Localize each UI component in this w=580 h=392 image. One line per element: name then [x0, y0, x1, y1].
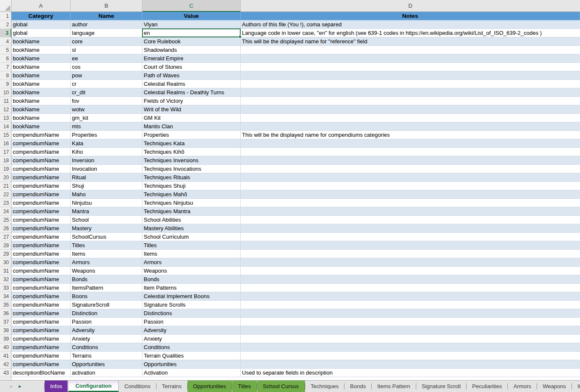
cell-C42[interactable]: Opportunities [142, 360, 241, 369]
cell-A9[interactable]: bookName [11, 80, 71, 88]
sheet-tab-techniques[interactable]: Techniques [305, 381, 344, 392]
cell-A43[interactable]: descriptionBlocName [11, 369, 71, 377]
row-header-21[interactable]: 21 [0, 182, 11, 190]
cell-B26[interactable]: Mastery [71, 224, 142, 233]
cell-A12[interactable]: bookName [11, 105, 71, 114]
cell-D32[interactable] [241, 275, 580, 284]
row-header-10[interactable]: 10 [0, 88, 11, 97]
row-header-43[interactable]: 43 [0, 369, 11, 377]
row-header-24[interactable]: 24 [0, 207, 11, 216]
sheet-tab-bonds[interactable]: Bonds [344, 381, 371, 392]
row-header-19[interactable]: 19 [0, 165, 11, 173]
cell-D23[interactable] [241, 199, 580, 207]
row-header-17[interactable]: 17 [0, 148, 11, 156]
cell-B18[interactable]: Inversion [71, 156, 142, 165]
cell-C17[interactable]: Techniques Kihõ [142, 148, 241, 156]
cell-D15[interactable]: This will be the displayed name for comp… [241, 131, 580, 139]
cell-B22[interactable]: Maho [71, 190, 142, 199]
cell-D4[interactable]: This will be the displayed name for "ref… [241, 37, 580, 46]
sheet-tab-school-cursus[interactable]: School Cursus [257, 381, 305, 392]
cell-A17[interactable]: compendiumName [11, 148, 71, 156]
cell-A15[interactable]: compendiumName [11, 131, 71, 139]
cell-B37[interactable]: Passion [71, 318, 142, 326]
cell-B5[interactable]: sl [71, 46, 142, 54]
cell-D16[interactable] [241, 139, 580, 148]
row-header-3[interactable]: 3 [0, 29, 11, 37]
cell-C3[interactable]: en [142, 29, 241, 37]
cell-D38[interactable] [241, 326, 580, 335]
cell-A26[interactable]: compendiumName [11, 224, 71, 233]
cell-D12[interactable] [241, 105, 580, 114]
cell-D30[interactable] [241, 258, 580, 267]
row-header-25[interactable]: 25 [0, 216, 11, 224]
sheet-tab-signature-scroll[interactable]: Signature Scroll [416, 381, 466, 392]
cell-A42[interactable]: compendiumName [11, 360, 71, 369]
cell-B8[interactable]: pow [71, 71, 142, 80]
cell-B6[interactable]: ee [71, 54, 142, 63]
cell-B30[interactable]: Armors [71, 258, 142, 267]
cell-B27[interactable]: SchoolCursus [71, 233, 142, 241]
cell-A20[interactable]: compendiumName [11, 173, 71, 182]
row-header-28[interactable]: 28 [0, 241, 11, 250]
cell-B28[interactable]: Titles [71, 241, 142, 250]
row-header-4[interactable]: 4 [0, 37, 11, 46]
row-header-31[interactable]: 31 [0, 267, 11, 275]
cell-D9[interactable] [241, 80, 580, 88]
cell-A29[interactable]: compendiumName [11, 250, 71, 258]
cell-C43[interactable]: Activation [142, 369, 241, 377]
cell-D17[interactable] [241, 148, 580, 156]
row-header-38[interactable]: 38 [0, 326, 11, 335]
cell-C9[interactable]: Celestial Realms [142, 80, 241, 88]
row-header-34[interactable]: 34 [0, 292, 11, 301]
row-header-18[interactable]: 18 [0, 156, 11, 165]
cell-A8[interactable]: bookName [11, 71, 71, 80]
cell-A36[interactable]: compendiumName [11, 309, 71, 318]
cell-B36[interactable]: Distinction [71, 309, 142, 318]
cell-B38[interactable]: Adversity [71, 326, 142, 335]
cell-C33[interactable]: Item Patterns [142, 284, 241, 292]
cell-B43[interactable]: activation [71, 369, 142, 377]
cell-B32[interactable]: Bonds [71, 275, 142, 284]
cell-B12[interactable]: wotw [71, 105, 142, 114]
column-header-d[interactable]: D [241, 0, 580, 12]
cell-B14[interactable]: mts [71, 122, 142, 131]
cell-D33[interactable] [241, 284, 580, 292]
cell-B11[interactable]: fov [71, 97, 142, 105]
cell-C10[interactable]: Celestial Realms - Deathly Turns [142, 88, 241, 97]
cell-A23[interactable]: compendiumName [11, 199, 71, 207]
cell-D25[interactable] [241, 216, 580, 224]
cell-A41[interactable]: compendiumName [11, 352, 71, 360]
cell-D40[interactable] [241, 343, 580, 352]
cell-B41[interactable]: Terrains [71, 352, 142, 360]
cell-C11[interactable]: Fields of Victory [142, 97, 241, 105]
cell-A24[interactable]: compendiumName [11, 207, 71, 216]
cell-C26[interactable]: Mastery Abilities [142, 224, 241, 233]
cell-C35[interactable]: Signature Scrolls [142, 301, 241, 309]
row-header-1[interactable]: 1 [0, 12, 11, 20]
cell-A2[interactable]: global [11, 20, 71, 29]
cell-A39[interactable]: compendiumName [11, 335, 71, 343]
cell-A10[interactable]: bookName [11, 88, 71, 97]
cell-D34[interactable] [241, 292, 580, 301]
row-header-40[interactable]: 40 [0, 343, 11, 352]
cell-C28[interactable]: Titles [142, 241, 241, 250]
cell-B33[interactable]: ItemsPattern [71, 284, 142, 292]
cell-B24[interactable]: Mantra [71, 207, 142, 216]
sheet-tab-opportunities[interactable]: Opportunities [188, 381, 232, 392]
cell-C22[interactable]: Techniques Mahõ [142, 190, 241, 199]
cell-C7[interactable]: Court of Stones [142, 63, 241, 71]
cell-C37[interactable]: Passion [142, 318, 241, 326]
row-header-22[interactable]: 22 [0, 190, 11, 199]
cell-A33[interactable]: compendiumName [11, 284, 71, 292]
sheet-tab-conditions[interactable]: Conditions [119, 381, 156, 392]
row-header-42[interactable]: 42 [0, 360, 11, 369]
cell-D28[interactable] [241, 241, 580, 250]
cell-B19[interactable]: Invocation [71, 165, 142, 173]
cell-C15[interactable]: Properties [142, 131, 241, 139]
cell-D26[interactable] [241, 224, 580, 233]
cell-C39[interactable]: Anxiety [142, 335, 241, 343]
row-header-30[interactable]: 30 [0, 258, 11, 267]
cell-D3[interactable]: Language code in lower case, "en" for en… [241, 29, 580, 37]
cell-A30[interactable]: compendiumName [11, 258, 71, 267]
cell-A14[interactable]: bookName [11, 122, 71, 131]
